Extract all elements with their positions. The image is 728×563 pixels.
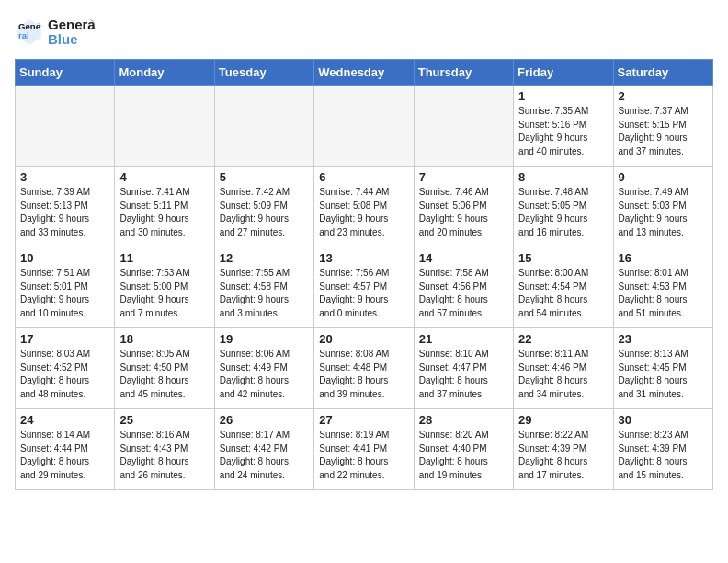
day-number: 16: [619, 251, 708, 265]
day-info: Sunrise: 7:42 AM Sunset: 5:09 PM Dayligh…: [220, 186, 309, 239]
day-info: Sunrise: 7:58 AM Sunset: 4:56 PM Dayligh…: [419, 267, 508, 320]
calendar-cell: 21Sunrise: 8:10 AM Sunset: 4:47 PM Dayli…: [414, 328, 513, 409]
day-info: Sunrise: 8:19 AM Sunset: 4:41 PM Dayligh…: [319, 429, 408, 482]
calendar-cell: 30Sunrise: 8:23 AM Sunset: 4:39 PM Dayli…: [613, 409, 712, 490]
day-number: 10: [20, 251, 109, 265]
calendar-cell: 18Sunrise: 8:05 AM Sunset: 4:50 PM Dayli…: [115, 328, 214, 409]
day-number: 27: [319, 413, 408, 427]
day-info: Sunrise: 7:41 AM Sunset: 5:11 PM Dayligh…: [119, 186, 209, 239]
calendar-cell: 9Sunrise: 7:49 AM Sunset: 5:03 PM Daylig…: [613, 167, 712, 247]
calendar-cell: 26Sunrise: 8:17 AM Sunset: 4:42 PM Dayli…: [214, 409, 313, 490]
calendar-cell: 25Sunrise: 8:16 AM Sunset: 4:43 PM Dayli…: [115, 409, 214, 490]
day-number: 22: [518, 332, 608, 346]
weekday-header-friday: Friday: [514, 60, 613, 86]
calendar-cell: 13Sunrise: 7:56 AM Sunset: 4:57 PM Dayli…: [314, 247, 414, 328]
day-info: Sunrise: 7:53 AM Sunset: 5:00 PM Dayligh…: [119, 267, 209, 320]
day-info: Sunrise: 8:03 AM Sunset: 4:52 PM Dayligh…: [20, 348, 109, 401]
calendar-cell: 28Sunrise: 8:20 AM Sunset: 4:40 PM Dayli…: [414, 409, 513, 490]
page-header: Gene ral General Blue: [15, 15, 713, 48]
day-number: 13: [319, 251, 408, 265]
day-info: Sunrise: 8:06 AM Sunset: 4:49 PM Dayligh…: [220, 348, 309, 401]
day-info: Sunrise: 7:35 AM Sunset: 5:16 PM Dayligh…: [518, 105, 608, 158]
day-info: Sunrise: 7:56 AM Sunset: 4:57 PM Dayligh…: [319, 267, 408, 320]
day-info: Sunrise: 8:00 AM Sunset: 4:54 PM Dayligh…: [518, 267, 608, 320]
calendar-cell: [314, 86, 414, 167]
day-info: Sunrise: 8:16 AM Sunset: 4:43 PM Dayligh…: [119, 429, 209, 482]
calendar-table: SundayMondayTuesdayWednesdayThursdayFrid…: [15, 59, 713, 490]
day-number: 9: [619, 170, 708, 184]
day-info: Sunrise: 8:01 AM Sunset: 4:53 PM Dayligh…: [619, 267, 708, 320]
day-info: Sunrise: 8:22 AM Sunset: 4:39 PM Dayligh…: [518, 429, 608, 482]
day-number: 4: [119, 170, 209, 184]
day-number: 19: [220, 332, 309, 346]
day-number: 6: [319, 170, 408, 184]
weekday-header-wednesday: Wednesday: [314, 60, 414, 86]
day-info: Sunrise: 7:49 AM Sunset: 5:03 PM Dayligh…: [619, 186, 708, 239]
calendar-cell: 12Sunrise: 7:55 AM Sunset: 4:58 PM Dayli…: [214, 247, 313, 328]
svg-text:General: General: [48, 17, 96, 32]
day-number: 30: [619, 413, 708, 427]
day-number: 21: [419, 332, 508, 346]
weekday-header-tuesday: Tuesday: [214, 60, 313, 86]
day-number: 7: [419, 170, 508, 184]
day-info: Sunrise: 8:10 AM Sunset: 4:47 PM Dayligh…: [419, 348, 508, 401]
day-number: 5: [220, 170, 309, 184]
calendar-cell: 19Sunrise: 8:06 AM Sunset: 4:49 PM Dayli…: [214, 328, 313, 409]
day-number: 12: [220, 251, 309, 265]
calendar-cell: 2Sunrise: 7:37 AM Sunset: 5:15 PM Daylig…: [613, 86, 712, 167]
day-number: 29: [518, 413, 608, 427]
svg-text:ral: ral: [18, 30, 29, 40]
day-info: Sunrise: 8:23 AM Sunset: 4:39 PM Dayligh…: [619, 429, 708, 482]
logo-icon: Gene ral: [15, 17, 44, 46]
weekday-header-saturday: Saturday: [613, 60, 712, 86]
calendar-cell: 27Sunrise: 8:19 AM Sunset: 4:41 PM Dayli…: [314, 409, 414, 490]
calendar-cell: 15Sunrise: 8:00 AM Sunset: 4:54 PM Dayli…: [514, 247, 613, 328]
calendar-cell: 6Sunrise: 7:44 AM Sunset: 5:08 PM Daylig…: [314, 167, 414, 247]
day-info: Sunrise: 8:13 AM Sunset: 4:45 PM Dayligh…: [619, 348, 708, 401]
calendar-cell: 3Sunrise: 7:39 AM Sunset: 5:13 PM Daylig…: [16, 167, 115, 247]
weekday-header-sunday: Sunday: [16, 60, 115, 86]
day-info: Sunrise: 8:05 AM Sunset: 4:50 PM Dayligh…: [119, 348, 209, 401]
logo-svg: General Blue: [48, 15, 96, 48]
day-info: Sunrise: 7:44 AM Sunset: 5:08 PM Dayligh…: [319, 186, 408, 239]
calendar-cell: 8Sunrise: 7:48 AM Sunset: 5:05 PM Daylig…: [514, 167, 613, 247]
day-info: Sunrise: 8:11 AM Sunset: 4:46 PM Dayligh…: [518, 348, 608, 401]
day-info: Sunrise: 7:51 AM Sunset: 5:01 PM Dayligh…: [20, 267, 109, 320]
calendar-cell: 1Sunrise: 7:35 AM Sunset: 5:16 PM Daylig…: [514, 86, 613, 167]
day-number: 24: [20, 413, 109, 427]
calendar-cell: 23Sunrise: 8:13 AM Sunset: 4:45 PM Dayli…: [613, 328, 712, 409]
calendar-cell: 14Sunrise: 7:58 AM Sunset: 4:56 PM Dayli…: [414, 247, 513, 328]
weekday-header-monday: Monday: [115, 60, 214, 86]
calendar-cell: 17Sunrise: 8:03 AM Sunset: 4:52 PM Dayli…: [16, 328, 115, 409]
day-number: 14: [419, 251, 508, 265]
day-number: 11: [119, 251, 209, 265]
day-number: 28: [419, 413, 508, 427]
calendar-cell: 10Sunrise: 7:51 AM Sunset: 5:01 PM Dayli…: [16, 247, 115, 328]
day-number: 2: [619, 89, 708, 103]
day-number: 3: [20, 170, 109, 184]
day-info: Sunrise: 7:55 AM Sunset: 4:58 PM Dayligh…: [220, 267, 309, 320]
day-number: 23: [619, 332, 708, 346]
day-number: 18: [119, 332, 209, 346]
calendar-cell: [16, 86, 115, 167]
calendar-cell: 7Sunrise: 7:46 AM Sunset: 5:06 PM Daylig…: [414, 167, 513, 247]
day-number: 25: [119, 413, 209, 427]
day-info: Sunrise: 8:14 AM Sunset: 4:44 PM Dayligh…: [20, 429, 109, 482]
day-number: 20: [319, 332, 408, 346]
calendar-cell: 11Sunrise: 7:53 AM Sunset: 5:00 PM Dayli…: [115, 247, 214, 328]
day-number: 26: [220, 413, 309, 427]
day-number: 15: [518, 251, 608, 265]
calendar-cell: [414, 86, 513, 167]
calendar-cell: 22Sunrise: 8:11 AM Sunset: 4:46 PM Dayli…: [514, 328, 613, 409]
calendar-cell: [115, 86, 214, 167]
calendar-cell: 24Sunrise: 8:14 AM Sunset: 4:44 PM Dayli…: [16, 409, 115, 490]
day-number: 17: [20, 332, 109, 346]
calendar-cell: 4Sunrise: 7:41 AM Sunset: 5:11 PM Daylig…: [115, 167, 214, 247]
day-info: Sunrise: 8:08 AM Sunset: 4:48 PM Dayligh…: [319, 348, 408, 401]
calendar-cell: [214, 86, 313, 167]
day-info: Sunrise: 7:37 AM Sunset: 5:15 PM Dayligh…: [619, 105, 708, 158]
calendar-cell: 16Sunrise: 8:01 AM Sunset: 4:53 PM Dayli…: [613, 247, 712, 328]
svg-text:Blue: Blue: [48, 31, 78, 47]
calendar-cell: 5Sunrise: 7:42 AM Sunset: 5:09 PM Daylig…: [214, 167, 313, 247]
day-info: Sunrise: 7:48 AM Sunset: 5:05 PM Dayligh…: [518, 186, 608, 239]
